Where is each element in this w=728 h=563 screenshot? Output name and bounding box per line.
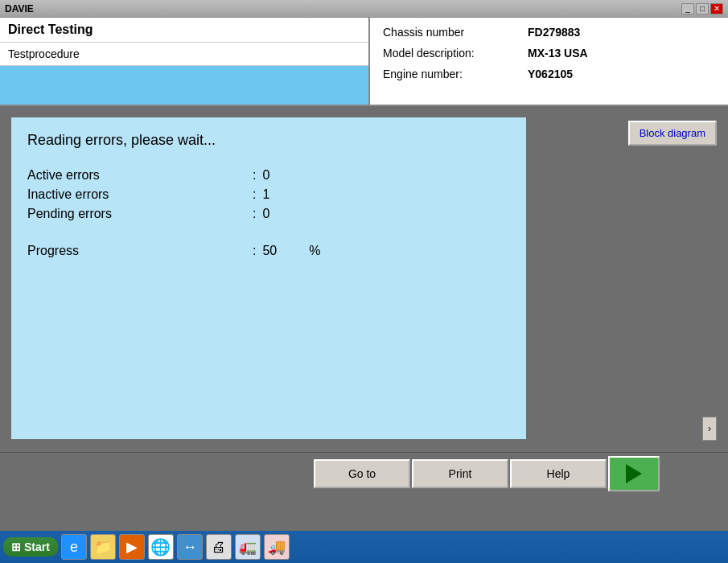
active-colon: :	[253, 168, 256, 183]
pending-errors-value: 0	[262, 207, 269, 221]
folder-icon[interactable]: 📁	[90, 534, 116, 560]
chassis-field: Chassis number FD279883	[383, 26, 715, 39]
chrome-icon[interactable]: 🌐	[148, 534, 174, 560]
active-errors-row: Active errors : 0	[27, 168, 510, 183]
header-section: Direct Testing Testprocedure Chassis num…	[0, 18, 728, 106]
model-value: MX-13 USA	[528, 47, 588, 60]
next-button[interactable]	[608, 456, 660, 491]
engine-field: Engine number: Y062105	[383, 68, 715, 80]
model-field: Model description: MX-13 USA	[383, 47, 715, 60]
chassis-label: Chassis number	[383, 26, 512, 39]
chassis-value: FD279883	[528, 26, 580, 39]
reading-title: Reading errors, please wait...	[27, 132, 510, 149]
header-blue-area	[0, 66, 368, 105]
engine-value: Y062105	[528, 68, 573, 80]
title-bar: DAVIE _ □ ✕	[0, 0, 728, 18]
scroll-right-indicator[interactable]: ›	[702, 417, 717, 441]
inactive-errors-value: 1	[262, 187, 269, 202]
direct-testing-title: Direct Testing	[0, 18, 368, 43]
minimize-button[interactable]: _	[681, 3, 694, 14]
vpn-icon[interactable]: ↔	[177, 534, 203, 560]
next-arrow-icon	[626, 464, 642, 483]
header-left: Direct Testing Testprocedure	[0, 18, 370, 105]
help-button[interactable]: Help	[510, 459, 607, 488]
block-diagram-button[interactable]: Block diagram	[628, 121, 717, 146]
pending-errors-label: Pending errors	[27, 207, 253, 221]
goto-button[interactable]: Go to	[314, 459, 410, 488]
right-panel: Block diagram ›	[537, 117, 717, 441]
windows-icon: ⊞	[11, 540, 21, 553]
title-bar-controls: _ □ ✕	[681, 3, 723, 14]
inactive-errors-label: Inactive errors	[27, 187, 253, 202]
printer-icon[interactable]: 🖨	[206, 534, 232, 560]
main-area: Reading errors, please wait... Active er…	[0, 106, 728, 452]
progress-row: Progress : 50 %	[27, 244, 510, 258]
pending-errors-row: Pending errors : 0	[27, 207, 510, 221]
reading-errors-panel: Reading errors, please wait... Active er…	[11, 117, 526, 439]
title-bar-text: DAVIE	[5, 3, 34, 14]
progress-label: Progress	[27, 244, 253, 258]
active-errors-value: 0	[262, 168, 269, 183]
testprocedure-label: Testprocedure	[0, 43, 368, 66]
close-button[interactable]: ✕	[710, 3, 723, 14]
header-right: Chassis number FD279883 Model descriptio…	[370, 18, 728, 105]
truck2-icon[interactable]: 🚚	[264, 534, 290, 560]
engine-label: Engine number:	[383, 68, 512, 80]
media-player-icon[interactable]: ▶	[119, 534, 145, 560]
print-button[interactable]: Print	[412, 459, 508, 488]
start-label: Start	[24, 540, 50, 553]
start-button[interactable]: ⊞ Start	[3, 537, 58, 557]
taskbar: ⊞ Start e 📁 ▶ 🌐 ↔ 🖨 🚛 🚚	[0, 531, 728, 563]
truck-icon[interactable]: 🚛	[235, 534, 261, 560]
progress-unit: %	[309, 244, 320, 258]
pending-colon: :	[253, 207, 256, 221]
bottom-toolbar: Go to Print Help	[0, 452, 728, 495]
inactive-errors-row: Inactive errors : 1	[27, 187, 510, 202]
model-label: Model description:	[383, 47, 512, 60]
internet-explorer-icon[interactable]: e	[61, 534, 87, 560]
active-errors-label: Active errors	[27, 168, 253, 183]
progress-value: 50	[262, 244, 277, 258]
progress-colon: :	[253, 244, 256, 258]
inactive-colon: :	[253, 187, 256, 202]
maximize-button[interactable]: □	[696, 3, 709, 14]
